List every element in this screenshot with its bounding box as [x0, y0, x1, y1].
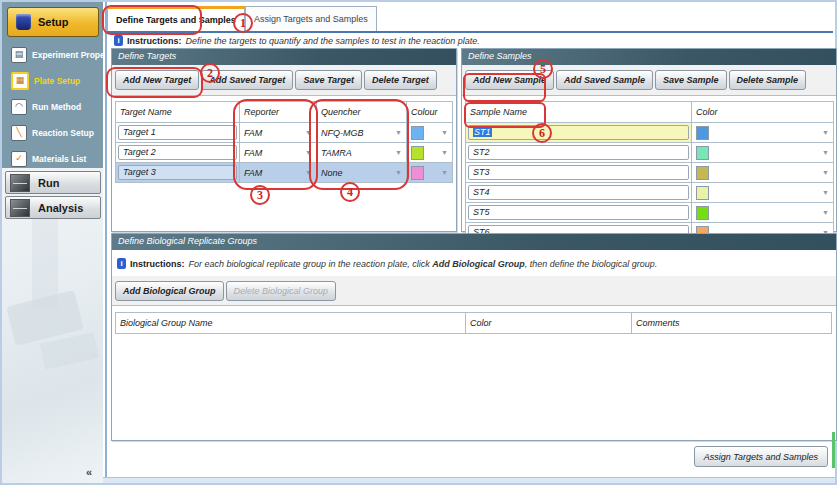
sample-name-field[interactable]: ST1	[468, 125, 689, 140]
col-quencher: Quencher	[317, 102, 407, 123]
tab-assign-targets-and-samples[interactable]: Assign Targets and Samples	[245, 6, 377, 31]
info-icon: i	[117, 258, 126, 269]
chevron-down-icon: ▼	[822, 209, 829, 216]
colour-cell: ▼	[407, 143, 453, 163]
define-samples-panel: Define Samples Add New Sample Add Saved …	[461, 48, 837, 232]
targets-toolbar: Add New Target Add Saved Target Save Tar…	[112, 65, 456, 96]
bio-groups-table: Biological Group Name Color Comments	[115, 312, 832, 334]
run-section-button[interactable]: Run	[5, 171, 101, 194]
add-saved-target-button[interactable]: Add Saved Target	[201, 70, 293, 90]
analysis-section-button[interactable]: Analysis	[5, 196, 101, 219]
chevron-down-icon: ▼	[395, 129, 402, 136]
sample-row: ST1▼	[466, 123, 834, 143]
colour-dropdown[interactable]: ▼	[409, 166, 450, 180]
sample-name-field[interactable]: ST3	[468, 165, 689, 180]
sample-row: ST5▼	[466, 203, 834, 223]
add-saved-sample-button[interactable]: Add Saved Sample	[556, 70, 653, 90]
delete-target-button[interactable]: Delete Target	[364, 70, 437, 90]
colour-swatch	[411, 166, 424, 180]
delete-biological-group-button[interactable]: Delete Biological Group	[226, 281, 337, 301]
collapse-sidebar-icon[interactable]: «	[86, 466, 92, 478]
reporter-dropdown-value: FAM	[244, 168, 262, 178]
target-name-field[interactable]: Target 1	[118, 125, 237, 140]
quencher-dropdown-value: TAMRA	[321, 148, 352, 158]
sample-color-cell: ▼	[692, 203, 834, 223]
sample-name-text: ST2	[473, 147, 490, 157]
save-sample-button[interactable]: Save Sample	[655, 70, 727, 90]
tab-define-targets-and-samples[interactable]: Define Targets and Samples	[107, 6, 245, 31]
sidebar-item-reaction-setup[interactable]: ╲Reaction Setup	[2, 120, 103, 146]
sample-name-text: ST3	[473, 167, 490, 177]
sample-color-cell: ▼	[692, 183, 834, 203]
target-name-field[interactable]: Target 3	[118, 165, 237, 180]
sample-color-dropdown[interactable]: ▼	[694, 126, 831, 140]
chevron-down-icon: ▼	[822, 129, 829, 136]
watermark-shape	[40, 333, 99, 370]
quencher-dropdown-value: None	[321, 168, 343, 178]
colour-dropdown[interactable]: ▼	[409, 146, 450, 160]
quencher-dropdown[interactable]: TAMRA▼	[319, 148, 404, 158]
target-name-cell: Target 3	[116, 163, 240, 183]
quencher-dropdown-value: NFQ-MGB	[321, 128, 364, 138]
sample-name-field[interactable]: ST4	[468, 185, 689, 200]
quencher-dropdown[interactable]: None▼	[319, 168, 404, 178]
delete-sample-button[interactable]: Delete Sample	[729, 70, 807, 90]
instructions-row: i Instructions: Define the targets to qu…	[114, 35, 480, 46]
col-reporter: Reporter	[240, 102, 317, 123]
instrument-icon	[16, 14, 31, 30]
target-name-cell: Target 2	[116, 143, 240, 163]
sample-name-cell: ST1	[466, 123, 692, 143]
sample-color-dropdown[interactable]: ▼	[694, 166, 831, 180]
reporter-dropdown[interactable]: FAM▼	[242, 168, 314, 178]
add-new-target-button[interactable]: Add New Target	[115, 70, 199, 90]
reporter-dropdown[interactable]: FAM▼	[242, 128, 314, 138]
application-window: Setup ▤Experiment Prope...▦Plate Setup◠R…	[0, 0, 837, 485]
main-content: Define Targets and Samples Assign Target…	[105, 2, 833, 483]
samples-header-row: Sample Name Color	[466, 102, 834, 123]
sidebar-item-plate-setup[interactable]: ▦Plate Setup	[2, 68, 103, 94]
sample-row: ST3▼	[466, 163, 834, 183]
reporter-dropdown-cell: FAM▼	[240, 163, 317, 183]
chevron-down-icon: ▼	[395, 169, 402, 176]
bio-header-row: Biological Group Name Color Comments	[116, 313, 832, 334]
sidebar-item-label: Run Method	[32, 102, 81, 112]
colour-cell: ▼	[407, 123, 453, 143]
colour-swatch	[411, 146, 424, 160]
chevron-down-icon: ▼	[441, 149, 448, 156]
sample-color-dropdown[interactable]: ▼	[694, 206, 831, 220]
save-target-button[interactable]: Save Target	[295, 70, 362, 90]
sample-color-swatch	[696, 146, 709, 160]
chevron-down-icon: ▼	[305, 149, 312, 156]
sample-name-field[interactable]: ST2	[468, 145, 689, 160]
sidebar-item-materials-list[interactable]: ✓Materials List	[2, 146, 103, 172]
sample-color-dropdown[interactable]: ▼	[694, 186, 831, 200]
sidebar-item-run-method[interactable]: ◠Run Method	[2, 94, 103, 120]
colour-swatch	[411, 126, 424, 140]
reporter-dropdown-cell: FAM▼	[240, 143, 317, 163]
col-target-name: Target Name	[116, 102, 240, 123]
setup-section-button[interactable]: Setup	[7, 7, 99, 37]
sample-color-swatch	[696, 186, 709, 200]
sidebar-item-label: Materials List	[32, 154, 86, 164]
assign-targets-and-samples-button[interactable]: Assign Targets and Samples	[694, 446, 828, 467]
col-comments: Comments	[632, 313, 832, 334]
chevron-down-icon: ▼	[441, 169, 448, 176]
add-new-sample-button[interactable]: Add New Sample	[465, 70, 554, 90]
target-name-field[interactable]: Target 2	[118, 145, 237, 160]
sample-color-swatch	[696, 166, 709, 180]
biological-groups-title: Define Biological Replicate Groups	[112, 234, 836, 250]
run-method-icon: ◠	[11, 99, 27, 115]
sample-color-dropdown[interactable]: ▼	[694, 146, 831, 160]
sample-name-field[interactable]: ST5	[468, 205, 689, 220]
target-name-cell: Target 1	[116, 123, 240, 143]
window-frame: Setup ▤Experiment Prope...▦Plate Setup◠R…	[0, 0, 837, 485]
analysis-thumbnail-icon	[10, 199, 30, 217]
sidebar-item-experiment-properties[interactable]: ▤Experiment Prope...	[2, 42, 103, 68]
navigation-sidebar: Setup ▤Experiment Prope...▦Plate Setup◠R…	[2, 2, 103, 483]
colour-dropdown[interactable]: ▼	[409, 126, 450, 140]
add-biological-group-button[interactable]: Add Biological Group	[115, 281, 224, 301]
biological-groups-panel: Define Biological Replicate Groups i Ins…	[111, 233, 837, 441]
window-resize-accent	[832, 432, 835, 468]
quencher-dropdown[interactable]: NFQ-MGB▼	[319, 128, 404, 138]
reporter-dropdown[interactable]: FAM▼	[242, 148, 314, 158]
